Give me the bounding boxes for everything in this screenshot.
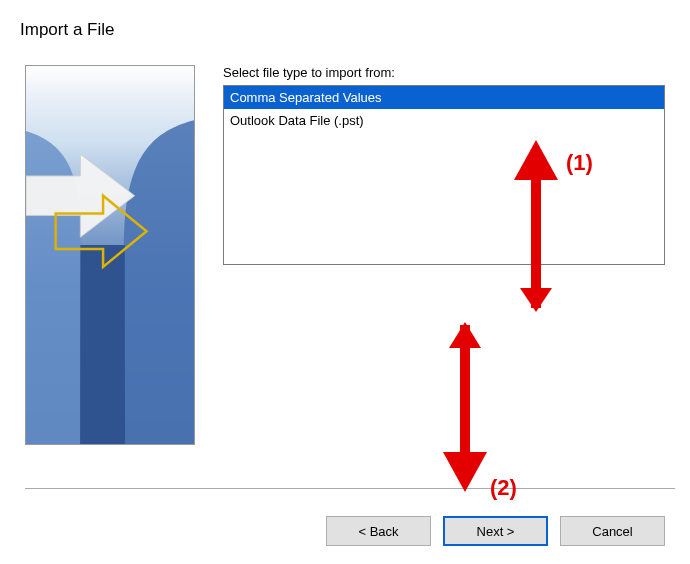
list-item[interactable]: Comma Separated Values [224,86,664,109]
file-type-listbox[interactable]: Comma Separated Values Outlook Data File… [223,85,665,265]
import-arrow-icon [26,66,194,444]
svg-marker-5 [443,452,487,492]
dialog-title: Import a File [0,0,690,40]
dialog-body: Select file type to import from: Comma S… [0,40,690,455]
wizard-sidebar-graphic [25,65,195,445]
cancel-button[interactable]: Cancel [560,516,665,546]
file-type-list-label: Select file type to import from: [223,65,665,80]
file-type-panel: Select file type to import from: Comma S… [223,65,665,445]
wizard-button-row: < Back Next > Cancel [326,516,665,546]
button-separator [25,488,675,489]
next-button[interactable]: Next > [443,516,548,546]
list-item[interactable]: Outlook Data File (.pst) [224,109,664,132]
back-button[interactable]: < Back [326,516,431,546]
